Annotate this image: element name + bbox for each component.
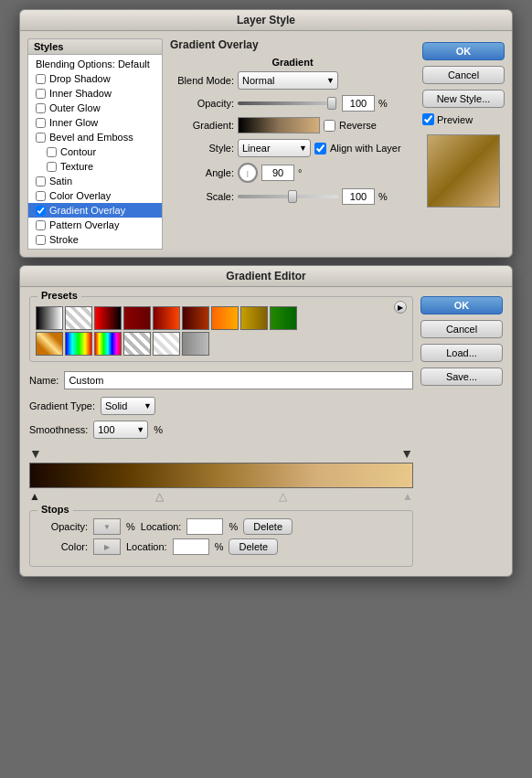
style-dropdown[interactable]: Linear bbox=[242, 143, 306, 154]
angle-unit: ° bbox=[298, 167, 302, 178]
opacity-field[interactable] bbox=[342, 95, 375, 112]
sidebar-item-outer-glow[interactable]: Outer Glow bbox=[28, 101, 162, 115]
styles-list: Blending Options: Default Drop Shadow In… bbox=[27, 54, 163, 250]
color-delete-button[interactable]: Delete bbox=[229, 538, 278, 555]
smoothness-unit: % bbox=[154, 424, 163, 435]
outer-glow-checkbox[interactable] bbox=[36, 103, 46, 113]
color-stop-left[interactable]: ▲ bbox=[29, 490, 40, 503]
opacity-slider[interactable] bbox=[238, 101, 338, 105]
drop-shadow-checkbox[interactable] bbox=[36, 74, 46, 84]
texture-checkbox[interactable] bbox=[47, 162, 57, 172]
scale-field[interactable] bbox=[342, 188, 375, 205]
gradient-type-select[interactable]: Solid ▼ bbox=[101, 397, 155, 415]
opacity-label: Opacity: bbox=[170, 98, 234, 109]
blend-mode-dropdown[interactable]: Normal bbox=[242, 75, 334, 86]
preset-1[interactable] bbox=[36, 306, 63, 330]
preset-10[interactable] bbox=[36, 332, 63, 356]
opacity-delete-button[interactable]: Delete bbox=[243, 518, 293, 535]
angle-label: Angle: bbox=[170, 167, 234, 178]
buttons-panel: OK Cancel New Style... Preview bbox=[422, 38, 505, 250]
preset-13[interactable] bbox=[123, 332, 151, 356]
color-location-field[interactable] bbox=[173, 538, 209, 555]
preset-8[interactable] bbox=[240, 306, 268, 330]
color-overlay-checkbox[interactable] bbox=[36, 191, 46, 201]
inner-shadow-checkbox[interactable] bbox=[36, 89, 46, 99]
layer-style-title: Layer Style bbox=[237, 14, 295, 27]
preset-3[interactable] bbox=[94, 306, 122, 330]
preset-7[interactable] bbox=[211, 306, 239, 330]
gradient-overlay-checkbox[interactable] bbox=[36, 206, 46, 216]
preset-9[interactable] bbox=[270, 306, 297, 330]
preset-14[interactable] bbox=[153, 332, 180, 356]
preset-11[interactable] bbox=[65, 332, 92, 356]
gradient-editor-window: Gradient Editor Presets ▶ bbox=[19, 265, 513, 577]
align-layer-label: Align with Layer bbox=[330, 143, 401, 154]
sidebar-item-bevel[interactable]: Bevel and Emboss bbox=[28, 130, 162, 144]
ge-save-button[interactable]: Save... bbox=[420, 368, 503, 386]
blend-mode-select[interactable]: Normal ▼ bbox=[238, 71, 338, 90]
color-stop-right2[interactable]: ▲ bbox=[402, 490, 413, 503]
preset-6[interactable] bbox=[182, 306, 209, 330]
inner-glow-checkbox[interactable] bbox=[36, 118, 46, 128]
sidebar-item-inner-shadow[interactable]: Inner Shadow bbox=[28, 86, 162, 101]
sidebar-item-color-overlay[interactable]: Color Overlay bbox=[28, 188, 162, 203]
satin-checkbox[interactable] bbox=[36, 176, 46, 187]
gradient-editor-title: Gradient Editor bbox=[226, 270, 305, 282]
preset-2[interactable] bbox=[65, 306, 92, 330]
reverse-checkbox[interactable] bbox=[324, 120, 335, 132]
opacity-stop-right[interactable]: ▼ bbox=[400, 446, 413, 461]
angle-field[interactable] bbox=[261, 165, 294, 181]
preset-12[interactable] bbox=[94, 332, 122, 356]
opacity-thumb[interactable] bbox=[327, 97, 336, 110]
color-stop-right1[interactable]: △ bbox=[279, 490, 287, 503]
opacity-location-label: Location: bbox=[141, 521, 182, 532]
ok-button[interactable]: OK bbox=[422, 42, 505, 60]
presets-expand-btn[interactable]: ▶ bbox=[394, 301, 407, 314]
color-swatch[interactable]: ▶ bbox=[93, 538, 121, 555]
preset-5[interactable] bbox=[153, 306, 180, 330]
smoothness-arrow: ▼ bbox=[136, 425, 144, 434]
sidebar-item-satin[interactable]: Satin bbox=[28, 174, 162, 188]
style-select[interactable]: Linear ▼ bbox=[238, 139, 311, 157]
sidebar-item-drop-shadow[interactable]: Drop Shadow bbox=[28, 71, 162, 86]
name-input[interactable] bbox=[64, 371, 413, 389]
sidebar-item-blending[interactable]: Blending Options: Default bbox=[28, 57, 162, 71]
sidebar-item-contour[interactable]: Contour bbox=[28, 144, 162, 159]
ge-load-button[interactable]: Load... bbox=[420, 344, 503, 362]
sidebar-item-inner-glow[interactable]: Inner Glow bbox=[28, 115, 162, 130]
sidebar-item-texture[interactable]: Texture bbox=[28, 159, 162, 174]
pattern-overlay-label: Pattern Overlay bbox=[49, 219, 119, 230]
inner-glow-label: Inner Glow bbox=[49, 117, 98, 128]
ge-ok-button[interactable]: OK bbox=[420, 296, 503, 314]
cancel-button[interactable]: Cancel bbox=[422, 66, 505, 84]
preset-4[interactable] bbox=[123, 306, 151, 330]
scale-label: Scale: bbox=[170, 191, 234, 202]
angle-dial[interactable]: | bbox=[238, 163, 258, 183]
ge-cancel-button[interactable]: Cancel bbox=[420, 320, 503, 338]
opacity-swatch[interactable]: ▼ bbox=[93, 518, 121, 535]
name-row: Name: bbox=[29, 371, 413, 389]
gradient-preview[interactable] bbox=[238, 117, 320, 133]
smoothness-label: Smoothness: bbox=[29, 424, 88, 435]
new-style-button[interactable]: New Style... bbox=[422, 90, 505, 108]
opacity-stop-left[interactable]: ▼ bbox=[29, 446, 42, 461]
opacity-location-unit: % bbox=[229, 521, 238, 532]
blend-mode-row: Blend Mode: Normal ▼ bbox=[170, 71, 415, 90]
scale-slider[interactable] bbox=[238, 195, 338, 198]
align-layer-checkbox[interactable] bbox=[314, 143, 326, 155]
bevel-checkbox[interactable] bbox=[36, 133, 46, 143]
sidebar-item-pattern-overlay[interactable]: Pattern Overlay bbox=[28, 218, 162, 232]
opacity-location-field[interactable] bbox=[186, 518, 223, 535]
scale-thumb[interactable] bbox=[288, 190, 297, 203]
smoothness-select[interactable]: 100 ▼ bbox=[93, 421, 148, 439]
preview-checkbox[interactable] bbox=[422, 113, 434, 125]
color-swatch-arrow: ▶ bbox=[104, 543, 110, 551]
stroke-checkbox[interactable] bbox=[36, 235, 46, 245]
pattern-overlay-checkbox[interactable] bbox=[36, 220, 46, 230]
gradient-bar[interactable] bbox=[29, 463, 413, 488]
sidebar-item-stroke[interactable]: Stroke bbox=[28, 232, 162, 247]
contour-checkbox[interactable] bbox=[47, 147, 57, 157]
color-stop-mid[interactable]: △ bbox=[155, 490, 164, 503]
sidebar-item-gradient-overlay[interactable]: Gradient Overlay bbox=[28, 203, 162, 218]
preset-15[interactable] bbox=[182, 332, 209, 356]
